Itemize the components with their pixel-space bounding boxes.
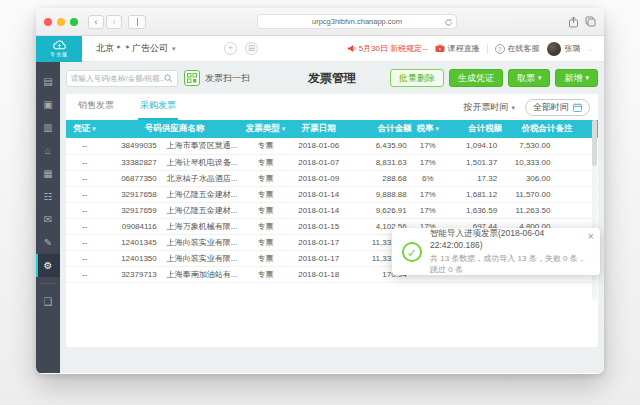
fetch-invoice-button[interactable]: 取票▾ [508, 69, 551, 87]
invoice-scan-button[interactable] [184, 70, 200, 86]
table-row[interactable]: --06877350北京桔子水晶酒店...专票2018-01-09288.686… [66, 170, 598, 186]
app-logo[interactable]: 专业版 [36, 36, 82, 62]
zoom-window-button[interactable] [70, 18, 78, 26]
apps-grid-button[interactable]: ⊞ [245, 42, 258, 55]
browser-titlebar: ‹ › urpcg3hibfvn.chanapp.com [36, 8, 604, 36]
cell-supplier: 上海万象机械有限... [162, 218, 242, 234]
main-content: 发票扫一扫 发票管理 批量删除 生成凭证 取票▾ 新增▾ 销售发票 采购发票 [60, 62, 604, 373]
user-menu[interactable]: 张璐 [547, 42, 581, 56]
table-row[interactable]: --38499035上海市奉贤区慧通...专票2018-01-066,435.9… [66, 138, 598, 154]
sidebar-toggle-icon[interactable] [128, 15, 146, 29]
cell-total: 11,570.00 [502, 186, 555, 202]
cell-supplier: 上海让琴机电设备... [162, 154, 242, 170]
announcement-link[interactable]: 5月30日 新税规定-- [347, 43, 428, 54]
tab-sales-invoice[interactable]: 销售发票 [76, 93, 116, 120]
url-text: urpcg3hibfvn.chanapp.com [312, 17, 402, 26]
table-row[interactable]: --33382827上海让琴机电设备...专票2018-01-078,831.6… [66, 154, 598, 170]
scrollbar-thumb[interactable] [592, 120, 597, 166]
table-row[interactable]: --32917658上海亿隆五金建材...专票2018-01-149,888.8… [66, 186, 598, 202]
desktop-background: ‹ › urpcg3hibfvn.chanapp.com 专业版 [0, 0, 640, 405]
search-input[interactable] [71, 74, 164, 83]
table-row[interactable]: --32917659上海亿隆五金建材...专票2018-01-149,626.9… [66, 202, 598, 218]
cell-number: 32917658 [103, 186, 162, 202]
avatar [547, 42, 561, 56]
cell-date: 2018-01-14 [289, 186, 348, 202]
column-header-number: 号码 [103, 120, 162, 138]
cell-rate: 17% [412, 186, 444, 202]
search-icon[interactable] [164, 74, 173, 83]
address-bar[interactable]: urpcg3hibfvn.chanapp.com [257, 14, 457, 29]
company-selector[interactable]: 北京＊＊广告公司 ▾ [96, 42, 216, 55]
sidebar-item-assets[interactable]: ⌂ [36, 139, 60, 162]
assets-icon: ⌂ [45, 145, 51, 156]
page-title: 发票管理 [308, 70, 356, 87]
cell-date: 2018-01-14 [289, 202, 348, 218]
column-header-total: 价税合计 [502, 120, 555, 138]
cell-amount: 8,831.63 [348, 154, 412, 170]
cell-type: 专票 [242, 250, 290, 266]
generate-voucher-button[interactable]: 生成凭证 [449, 69, 503, 87]
tab-overview-icon[interactable] [585, 16, 596, 27]
cell-type: 专票 [242, 186, 290, 202]
sidebar-item-reports[interactable]: ▥ [36, 116, 60, 139]
cell-total: 10,333.00 [502, 154, 555, 170]
column-header-date: 开票日期 [289, 120, 348, 138]
tabs-bar: 销售发票 采购发票 按开票时间▾ 全部时间 [66, 94, 598, 120]
cell-tax: 1,636.59 [444, 202, 503, 218]
sidebar-item-inventory[interactable]: ☷ [36, 185, 60, 208]
cell-voucher: -- [66, 138, 103, 154]
online-support-link[interactable]: ? 在线客服 [495, 43, 540, 54]
sidebar-item-voucher[interactable]: ▣ [36, 93, 60, 116]
add-company-button[interactable]: + [224, 42, 237, 55]
column-header-amount: 合计金额 [348, 120, 412, 138]
sidebar-item-ledger[interactable]: ▤ [36, 70, 60, 93]
cell-rate: 6% [412, 170, 444, 186]
tab-purchase-invoice[interactable]: 采购发票 [138, 93, 178, 120]
sort-by-date-dropdown[interactable]: 按开票时间▾ [463, 101, 515, 114]
minimize-window-button[interactable] [57, 18, 65, 26]
column-header-tax: 合计税额 [444, 120, 503, 138]
window-controls [44, 18, 78, 26]
forward-button[interactable]: › [106, 15, 122, 29]
browser-window: ‹ › urpcg3hibfvn.chanapp.com 专业版 [36, 8, 604, 374]
cell-voucher: -- [66, 234, 103, 250]
cell-date: 2018-01-17 [289, 234, 348, 250]
close-icon[interactable]: × [588, 230, 594, 242]
cell-voucher: -- [66, 202, 103, 218]
cell-date: 2018-01-15 [289, 218, 348, 234]
sidebar-item-calendar[interactable]: ▦ [36, 162, 60, 185]
column-header-rate[interactable]: 税率▾ [412, 120, 444, 138]
column-header-voucher[interactable]: 凭证▾ [66, 120, 103, 138]
back-button[interactable]: ‹ [88, 15, 104, 29]
cell-total: 7,530.00 [502, 138, 555, 154]
cell-voucher: -- [66, 266, 103, 282]
cell-tax: 17.32 [444, 170, 503, 186]
cell-supplier: 上海向装实业有限... [162, 250, 242, 266]
cell-type: 专票 [242, 266, 290, 282]
column-header-supplier: 供应商名称 [162, 120, 242, 138]
add-new-button[interactable]: 新增▾ [555, 69, 598, 87]
sidebar-item-settings[interactable]: ⚙ [36, 254, 60, 277]
column-header-type[interactable]: 发票类型▾ [242, 120, 290, 138]
cell-total: 306.00 [502, 170, 555, 186]
close-window-button[interactable] [44, 18, 52, 26]
cell-supplier: 上海亿隆五金建材... [162, 186, 242, 202]
share-icon[interactable] [568, 16, 579, 28]
course-live-link[interactable]: 课程直播 [435, 43, 480, 54]
invoice-scan-label: 发票扫一扫 [205, 72, 250, 85]
batch-delete-button[interactable]: 批量删除 [390, 69, 444, 87]
sidebar-item-edit-check[interactable]: ✎ [36, 231, 60, 254]
cell-number: 32917659 [103, 202, 162, 218]
sidebar-item-print[interactable]: ✉ [36, 208, 60, 231]
cell-tax: 1,681.12 [444, 186, 503, 202]
cell-tax: 1,501.37 [444, 154, 503, 170]
toast-title: 智能导入进项发票(2018-06-04 22:42:00.186) [430, 228, 590, 250]
sidebar-item-gift[interactable]: ❑ [36, 290, 60, 313]
inventory-icon: ☷ [44, 191, 53, 202]
cell-amount: 9,888.88 [348, 186, 412, 202]
app-header: 专业版 北京＊＊广告公司 ▾ + ⊞ 5月30日 新税规定-- 课程直播 ? [36, 36, 604, 62]
refresh-icon[interactable] [444, 18, 453, 27]
calendar-icon [573, 103, 582, 112]
sidebar: ▤▣▥⌂▦☷✉✎⚙❑ [36, 62, 60, 373]
date-range-filter[interactable]: 全部时间 [525, 99, 590, 116]
